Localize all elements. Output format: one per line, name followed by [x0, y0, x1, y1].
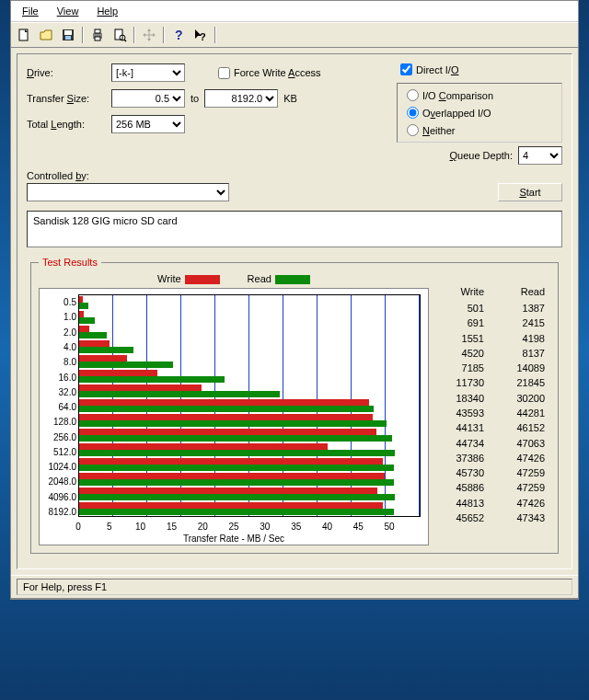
- y-tick-label: 2048.0: [40, 476, 76, 487]
- value-row: 4413146152: [429, 422, 550, 433]
- move-icon[interactable]: [138, 25, 160, 45]
- app-window: File View Help ? ? Drive: [-k-]: [10, 0, 579, 600]
- print-icon[interactable]: [87, 25, 109, 45]
- value-row: 6912415: [429, 317, 550, 328]
- results-chart: 05101520253035404550 Transfer Rate - MB …: [39, 288, 429, 545]
- value-row: 1834030200: [429, 393, 550, 404]
- chart-legend: Write Read: [39, 273, 429, 284]
- x-tick-label: 15: [156, 522, 188, 532]
- start-button[interactable]: Start: [498, 183, 562, 201]
- x-tick-label: 10: [125, 522, 156, 532]
- transfer-to-select[interactable]: 8192.0: [204, 89, 278, 108]
- bar-pair: [79, 369, 420, 384]
- bar-pair: [79, 310, 420, 325]
- value-row: 4565247343: [429, 512, 550, 523]
- bar-pair: [79, 428, 420, 442]
- force-write-checkbox[interactable]: [218, 67, 230, 79]
- bar-pair: [79, 442, 420, 457]
- x-tick-label: 35: [281, 522, 312, 532]
- write-swatch-icon: [185, 275, 220, 284]
- total-length-select[interactable]: 256 MB: [111, 115, 185, 133]
- queue-depth-label: Queue Depth:: [450, 150, 514, 161]
- y-tick-label: 512.0: [40, 446, 76, 456]
- x-axis-title: Transfer Rate - MB / Sec: [40, 534, 428, 544]
- results-title: Test Results: [39, 257, 101, 268]
- save-icon[interactable]: [57, 25, 79, 45]
- neither-radio[interactable]: [407, 124, 419, 136]
- bar-pair: [79, 295, 420, 310]
- force-write-label: Force Write Access: [234, 67, 321, 78]
- description-textbox[interactable]: Sandisk 128 GIG micro SD card: [27, 211, 562, 247]
- y-tick-label: 32.0: [40, 386, 76, 396]
- menu-view[interactable]: View: [48, 3, 88, 19]
- x-tick-label: 25: [218, 522, 249, 532]
- value-row: 5011387: [429, 303, 550, 314]
- direct-io-label: Direct I/O: [416, 64, 458, 75]
- svg-rect-7: [115, 29, 122, 40]
- y-tick-label: 128.0: [40, 417, 76, 427]
- value-row: 4481347426: [429, 498, 550, 509]
- svg-text:?: ?: [200, 31, 206, 42]
- svg-text:?: ?: [175, 28, 183, 42]
- y-tick-label: 64.0: [40, 402, 76, 412]
- bar-pair: [79, 487, 420, 501]
- options-panel: Drive: [-k-] Force Write Access Transfer…: [17, 53, 572, 569]
- to-label: to: [191, 93, 199, 104]
- print-preview-icon[interactable]: [109, 25, 131, 45]
- bar-pair: [79, 354, 420, 369]
- y-tick-label: 4096.0: [40, 491, 76, 501]
- status-text: For Help, press F1: [17, 579, 572, 595]
- menu-file[interactable]: File: [13, 3, 48, 19]
- value-row: 1173021845: [429, 377, 550, 388]
- menubar: File View Help: [11, 1, 578, 22]
- bar-pair: [79, 339, 420, 354]
- x-tick-label: 45: [342, 522, 374, 532]
- overlapped-io-radio[interactable]: [407, 107, 419, 119]
- new-file-icon[interactable]: [13, 25, 35, 45]
- drive-select[interactable]: [-k-]: [111, 63, 185, 82]
- y-tick-label: 2.0: [40, 327, 76, 337]
- y-tick-label: 1024.0: [40, 462, 76, 472]
- y-tick-label: 4.0: [40, 342, 76, 352]
- y-tick-label: 8192.0: [40, 506, 76, 516]
- value-row: 4473447063: [429, 438, 550, 449]
- value-row: 4359344281: [429, 407, 550, 419]
- direct-io-checkbox[interactable]: [400, 63, 412, 75]
- svg-rect-3: [65, 36, 71, 40]
- controlled-by-label: Controlled by:: [27, 170, 562, 181]
- value-row: 718514089: [429, 362, 550, 373]
- bar-pair: [79, 472, 420, 487]
- drive-label: Drive:: [27, 67, 106, 78]
- value-rows: 5011387691241515514198452081377185140891…: [429, 301, 550, 525]
- value-header: Write Read: [429, 286, 550, 297]
- svg-rect-6: [95, 37, 100, 40]
- value-row: 4588647259: [429, 482, 550, 493]
- transfer-from-select[interactable]: 0.5: [111, 89, 185, 108]
- bar-pair: [79, 384, 420, 398]
- io-comparison-radio[interactable]: [407, 89, 419, 101]
- bar-pair: [79, 457, 420, 472]
- controlled-by-select[interactable]: [27, 183, 229, 201]
- transfer-units-label: KB: [283, 93, 297, 104]
- open-folder-icon[interactable]: [35, 25, 57, 45]
- y-tick-label: 256.0: [40, 431, 76, 442]
- whats-this-icon[interactable]: ?: [190, 25, 212, 45]
- x-tick-label: 0: [63, 522, 94, 532]
- bar-pair: [79, 501, 420, 516]
- svg-rect-2: [64, 30, 72, 35]
- x-tick-label: 50: [374, 522, 405, 532]
- x-tick-label: 5: [94, 522, 125, 532]
- help-icon[interactable]: ?: [167, 25, 190, 45]
- value-row: 4573047259: [429, 467, 550, 478]
- queue-depth-select[interactable]: 4: [518, 146, 562, 165]
- y-tick-label: 0.5: [40, 297, 76, 307]
- menu-help[interactable]: Help: [87, 3, 127, 19]
- bar-pair: [79, 325, 420, 339]
- value-row: 45208137: [429, 348, 550, 359]
- bar-pair: [79, 413, 420, 428]
- value-row: 3738647426: [429, 453, 550, 464]
- value-row: 15514198: [429, 333, 550, 344]
- y-tick-label: 16.0: [40, 372, 76, 382]
- total-length-label: Total Length:: [27, 119, 106, 130]
- read-swatch-icon: [275, 275, 310, 284]
